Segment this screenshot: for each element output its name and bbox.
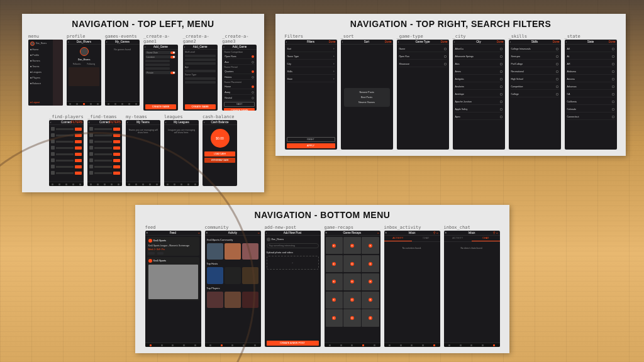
panel-bottom: NAVIGATION - BOTTOM MENU feed ≡Feed⌕ Xvs… (135, 205, 509, 353)
user-search-icon: ⚲ ⌕ (433, 231, 438, 234)
screen-menu[interactable]: Doc_Rivers ■ Home ■ Profile ■ Games ■ Te… (28, 40, 63, 106)
back-icon: ‹ (68, 40, 69, 43)
upload-dropzone[interactable]: + (267, 256, 319, 270)
search-icon: ⌕ (198, 231, 200, 234)
screen-find-players[interactable]: ‹ConnectFILTERS (49, 120, 84, 186)
create-post-button[interactable]: CREATE A NEW POST (267, 341, 319, 346)
screen-city[interactable]: ‹CityDone Afton/La Altamonte Springs Alv… (453, 40, 505, 150)
panel-title-topleft: NAVIGATION - TOP LEFT, MENU (28, 19, 258, 29)
apply-button[interactable]: APPLY (287, 143, 335, 148)
screen-skills[interactable]: ‹SkillsDone College Intramurals Semi-pro… (509, 40, 561, 150)
reset-button[interactable]: RESET (287, 137, 335, 142)
label-create3: _create-a-game3 (222, 34, 258, 44)
screen-game-recaps[interactable]: ≡Game Recaps⌕ (325, 231, 380, 347)
screen-filters[interactable]: ‹FiltersDone Sort› Game Type› City› Skil… (285, 40, 337, 150)
screen-inbox-activity[interactable]: ≡Inbox⚲ ⌕ ACTIVITYCHAT No activities fou… (384, 231, 440, 347)
screen-feed[interactable]: ≡Feed⌕ Xvs5 Sports Xvs5 Sports League - … (145, 231, 201, 347)
screen-add-post[interactable]: ‹Add New Post Doc_Rivers Say something i… (265, 231, 321, 347)
label-games-events: games-events (105, 34, 137, 39)
filters-button[interactable]: FILTERS (71, 121, 82, 124)
label-create1: _create-a-game1 (143, 34, 179, 44)
screen-game-type[interactable]: ‹Game TypeDone Game Open Run Showcase (397, 40, 449, 150)
screen-state[interactable]: ‹StateDone AK AL AR Alabama Arizona Arka… (565, 40, 617, 150)
label-profile: profile (67, 34, 86, 39)
create-game-button[interactable]: CREATE GAME (145, 104, 176, 109)
tab-chat[interactable]: CHAT (412, 236, 440, 241)
menu-icon: ≡ (147, 231, 148, 234)
post-text-input[interactable]: Say something interesting (267, 243, 319, 248)
screen-my-teams[interactable]: ‹My Teams Teams you are managing will sh… (126, 120, 160, 186)
screen-cash-balance[interactable]: ‹Cash Balance $0.00 LOAD CASH WITHDRAW C… (203, 120, 237, 186)
screen-games-events[interactable]: ‹My_Games No games found (105, 40, 140, 106)
label-menu: menu (28, 34, 39, 39)
screen-profile[interactable]: ‹Doc_Rivers Doc_Rivers FollowersFollowin… (67, 40, 101, 106)
screen-create-game-2[interactable]: ‹Add_Game Skill Level Age Game Type CREA… (183, 45, 218, 111)
label-find-players: _find-players (49, 114, 84, 119)
play-icon (332, 244, 336, 248)
screen-leagues[interactable]: ‹My Leagues Leagues you are managing wil… (164, 120, 199, 186)
screen-create-game-1[interactable]: ‹Add_Game Game Date Location Private CRE… (143, 45, 178, 111)
screen-inbox-chat[interactable]: ≡Inbox⚲ ⌕ ACTIVITYCHAT No direct chats f… (444, 231, 500, 347)
screen-create-game-3[interactable]: ‹Add_Game Game Competition Open Runs Aau… (222, 45, 257, 111)
label-create2: _create-a-game2 (183, 34, 219, 44)
tab-activity[interactable]: ACTIVITY (384, 236, 413, 241)
panel-top-right: NAVIGATION - TOP RIGHT, SEARCH FILTERS F… (275, 14, 626, 156)
panel-top-left: NAVIGATION - TOP LEFT, MENU menu Doc_Riv… (22, 14, 264, 192)
screen-community[interactable]: ≡Activity⌕ Xvs5Sports Community Top Host… (205, 231, 261, 347)
load-cash-button[interactable]: LOAD CASH (204, 151, 235, 156)
withdraw-cash-button[interactable]: WITHDRAW CASH (204, 158, 235, 163)
screen-find-teams[interactable]: ‹ConnectFILTERS (87, 120, 122, 186)
balance-amount: $0.00 (211, 129, 230, 148)
screen-sort[interactable]: ‹SortDone Newest Posts Best Posts Newest… (341, 40, 393, 150)
